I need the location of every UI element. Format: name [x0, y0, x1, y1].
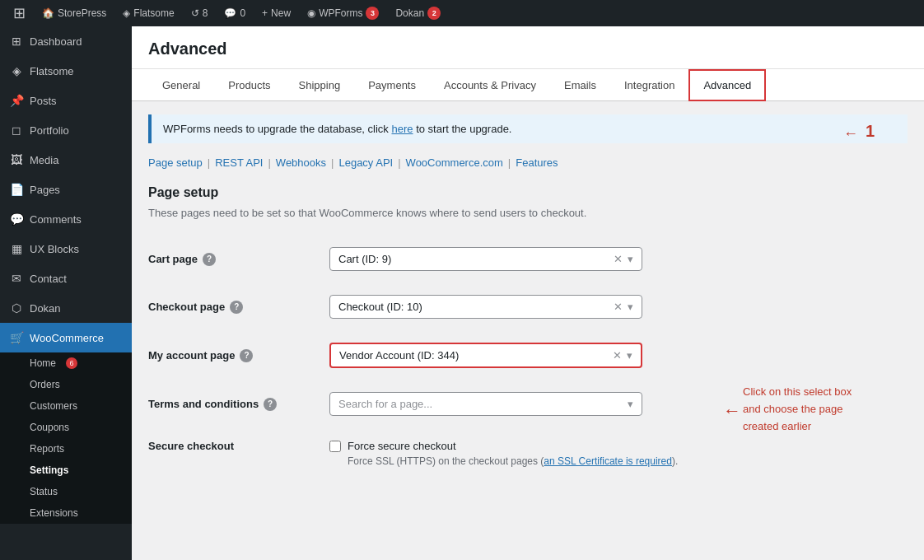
my-account-select[interactable]: Vendor Account (ID: 344) ✕ ▾	[329, 343, 642, 368]
sidebar-sub-status[interactable]: Status	[0, 481, 132, 502]
tab-shipping[interactable]: Shipping	[285, 69, 355, 101]
sidebar-sub-home[interactable]: Home 6	[0, 352, 132, 374]
my-account-field: Vendor Account (ID: 344) ✕ ▾	[329, 343, 908, 368]
comments-item[interactable]: 💬 0	[217, 0, 252, 26]
dashboard-icon: ⊞	[10, 35, 23, 48]
sidebar-sub-reports[interactable]: Reports	[0, 438, 132, 460]
terms-label: Terms and conditions ?	[148, 398, 329, 411]
contact-icon: ✉	[10, 272, 23, 285]
tab-advanced[interactable]: Advanced	[688, 69, 766, 101]
portfolio-icon: ◻	[10, 124, 23, 137]
sidebar-label-contact: Contact	[30, 273, 67, 285]
flatsome-item[interactable]: ◈ Flatsome	[116, 0, 180, 26]
my-account-help-icon[interactable]: ?	[240, 349, 253, 362]
my-account-clear-icon[interactable]: ✕	[613, 349, 622, 362]
notice-link[interactable]: here	[391, 123, 413, 135]
cart-help-icon[interactable]: ?	[203, 253, 216, 266]
checkout-chevron-icon[interactable]: ▾	[628, 301, 633, 313]
tab-accounts-privacy[interactable]: Accounts & Privacy	[430, 69, 550, 101]
woo-submenu: Home 6 Orders Customers Coupons Reports …	[0, 352, 132, 524]
ssl-note: Force SSL (HTTPS) on the checkout pages …	[348, 455, 908, 467]
extensions-label: Extensions	[30, 507, 78, 519]
sidebar-sub-coupons[interactable]: Coupons	[0, 417, 132, 438]
terms-field: Search for a page... ▾	[329, 392, 908, 416]
terms-search-select[interactable]: Search for a page... ▾	[329, 392, 642, 416]
new-item[interactable]: + New	[255, 0, 297, 26]
dokan-item[interactable]: Dokan 2	[389, 0, 447, 26]
reports-label: Reports	[30, 443, 64, 455]
sidebar-item-flatsome[interactable]: ◈ Flatsome	[0, 56, 132, 86]
checkout-clear-icon[interactable]: ✕	[614, 301, 623, 313]
new-label: New	[271, 7, 291, 19]
coupons-label: Coupons	[30, 422, 69, 433]
secure-checkout-label: Secure checkout	[148, 440, 329, 452]
cart-page-label: Cart page ?	[148, 253, 329, 266]
updates-count: 8	[203, 7, 208, 19]
sidebar-item-media[interactable]: 🖼 Media	[0, 145, 132, 175]
home-badge: 6	[66, 357, 77, 369]
wpforms-item[interactable]: ◉ WPForms 3	[301, 0, 385, 26]
wpforms-badge: 3	[366, 7, 379, 20]
cart-chevron-icon[interactable]: ▾	[628, 253, 633, 265]
tab-integration[interactable]: Integration	[610, 69, 688, 101]
sub-nav-legacy-api[interactable]: Legacy API	[338, 156, 393, 169]
force-secure-checkbox[interactable]	[329, 441, 341, 452]
sidebar-item-woocommerce[interactable]: 🛒 WooCommerce	[0, 323, 132, 352]
cart-page-field: Cart (ID: 9) ✕ ▾	[329, 247, 908, 271]
updates-item[interactable]: ↺ 8	[184, 0, 215, 26]
checkout-page-field: Checkout (ID: 10) ✕ ▾	[329, 295, 908, 319]
sidebar-sub-settings[interactable]: Settings	[0, 460, 132, 481]
sidebar-label-ux-blocks: UX Blocks	[30, 243, 79, 255]
sidebar-sub-extensions[interactable]: Extensions	[0, 502, 132, 524]
tab-general[interactable]: General	[148, 69, 214, 101]
terms-help-icon[interactable]: ?	[264, 398, 277, 411]
secure-checkout-row: Secure checkout Force secure checkout Fo…	[148, 428, 908, 478]
sidebar-item-dashboard[interactable]: ⊞ Dashboard	[0, 26, 132, 56]
settings-label: Settings	[30, 464, 68, 476]
sidebar-sub-orders[interactable]: Orders	[0, 374, 132, 395]
sidebar-item-comments[interactable]: 💬 Comments	[0, 204, 132, 234]
my-account-chevron-icon[interactable]: ▾	[627, 349, 632, 362]
wp-logo-icon: ⊞	[13, 4, 26, 22]
tab-products[interactable]: Products	[214, 69, 284, 101]
sidebar-item-portfolio[interactable]: ◻ Portfolio	[0, 115, 132, 145]
ssl-link[interactable]: an SSL Certificate is required	[544, 455, 672, 467]
storepress-label: StorePress	[58, 7, 106, 19]
comments-sidebar-icon: 💬	[10, 212, 23, 226]
sidebar-item-pages[interactable]: 📄 Pages	[0, 175, 132, 204]
terms-chevron-icon[interactable]: ▾	[628, 398, 633, 410]
customers-label: Customers	[30, 400, 77, 412]
checkout-page-value: Checkout (ID: 10)	[338, 301, 614, 313]
sub-nav-rest-api[interactable]: REST API	[215, 156, 263, 169]
my-account-label: My account page ?	[148, 349, 329, 362]
tab-emails[interactable]: Emails	[550, 69, 610, 101]
sidebar-label-media: Media	[30, 154, 58, 166]
sidebar-item-contact[interactable]: ✉ Contact	[0, 264, 132, 293]
tab-payments[interactable]: Payments	[354, 69, 430, 101]
comments-count: 0	[240, 7, 245, 19]
wp-logo-item[interactable]: ⊞	[7, 0, 32, 26]
sub-nav: Page setup | REST API | Webhooks | Legac…	[148, 156, 908, 169]
sub-nav-features[interactable]: Features	[516, 156, 558, 169]
secure-checkout-field: Force secure checkout Force SSL (HTTPS) …	[329, 440, 908, 467]
sidebar-item-posts[interactable]: 📌 Posts	[0, 86, 132, 115]
cart-page-value: Cart (ID: 9)	[338, 253, 614, 265]
checkout-page-select[interactable]: Checkout (ID: 10) ✕ ▾	[329, 295, 642, 319]
sub-nav-webhooks[interactable]: Webhooks	[276, 156, 326, 169]
form-row-cart: Cart page ? Cart (ID: 9) ✕ ▾	[148, 236, 908, 283]
storepress-icon: 🏠	[42, 7, 54, 19]
sub-nav-page-setup[interactable]: Page setup	[148, 156, 203, 169]
force-secure-item: Force secure checkout	[329, 440, 908, 452]
flatsome-icon: ◈	[123, 7, 130, 19]
storepress-item[interactable]: 🏠 StorePress	[35, 0, 113, 26]
dokan-label: Dokan	[395, 7, 424, 19]
sidebar-sub-customers[interactable]: Customers	[0, 395, 132, 417]
sub-nav-woocommerce-com[interactable]: WooCommerce.com	[406, 156, 503, 169]
sidebar-item-dokan[interactable]: ⬡ Dokan	[0, 293, 132, 323]
checkout-help-icon[interactable]: ?	[230, 301, 243, 314]
form-row-checkout: Checkout page ? Checkout (ID: 10) ✕ ▾	[148, 283, 908, 331]
notice-text: WPForms needs to upgrade the database, c…	[163, 123, 391, 135]
cart-page-select[interactable]: Cart (ID: 9) ✕ ▾	[329, 247, 642, 271]
cart-clear-icon[interactable]: ✕	[614, 253, 623, 265]
sidebar-item-ux-blocks[interactable]: ▦ UX Blocks	[0, 234, 132, 264]
